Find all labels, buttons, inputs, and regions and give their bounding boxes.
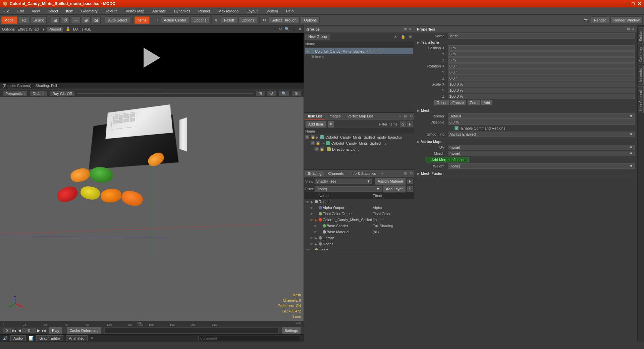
reset-btn[interactable]: Reset [434, 100, 449, 105]
render-btn[interactable]: Render [591, 16, 609, 24]
shader-tab-shading[interactable]: Shading [305, 171, 324, 176]
cache-deformers-btn[interactable]: Cache Deformers [66, 327, 101, 334]
animated-btn[interactable]: Animated [66, 335, 88, 341]
viewport-ctrl-settings[interactable]: ⚙ [292, 91, 301, 96]
options3-btn[interactable]: Options [301, 16, 320, 24]
shader-row-render[interactable]: 👁 ▶ Render [304, 199, 414, 205]
item-row-file[interactable]: 👁 🔒 ▶ Colorful_Candy_Mints_Spilled_modo_… [304, 134, 414, 140]
item-vis-1[interactable]: 👁 [305, 135, 309, 139]
item-vis-5[interactable]: 👁 [315, 147, 319, 151]
shader-expand-candy[interactable]: ▶ [314, 218, 318, 222]
freeze-btn[interactable]: Freeze [450, 100, 466, 105]
vertex-maps-header[interactable]: ▶ Vertex Maps [414, 139, 637, 144]
timeline-ruler[interactable]: 0 24 48 72 96 120 144 156 168 192 204 21… [0, 321, 304, 327]
audio-btn[interactable]: Audio [10, 335, 26, 341]
window-controls[interactable]: ─ □ ✕ [626, 1, 641, 6]
menu-dynamics[interactable]: Dynamics [172, 8, 192, 14]
far-right-tab-assembly[interactable]: Assembly [638, 65, 644, 85]
shader-expand-lights[interactable]: ▶ [310, 248, 314, 250]
shader-vis-render[interactable]: 👁 [305, 200, 309, 204]
preview-ctrl-5[interactable]: ✕ [299, 27, 302, 31]
mode-sculpt-btn[interactable]: Sculpt [31, 16, 47, 24]
filter-s-btn[interactable]: S [400, 121, 406, 127]
item-expand-2[interactable]: + [323, 142, 325, 145]
action-center-btn[interactable]: Action Center [161, 16, 190, 24]
command-bar[interactable]: Command [198, 336, 301, 341]
prop-pos-z-value[interactable]: 0 m [448, 57, 635, 63]
item-panel-settings-icon[interactable]: ⚙ [410, 114, 413, 118]
properties-expand-icon[interactable]: ⊞ [627, 27, 630, 31]
shader-tab-info[interactable]: Info & Statistics [348, 171, 379, 176]
shader-vis-alpha[interactable]: 👁 [309, 206, 313, 210]
shader-expand-nodes[interactable]: ▶ [314, 242, 318, 246]
shader-vis-lights[interactable]: 👁 [305, 248, 309, 250]
close-btn[interactable]: ✕ [637, 1, 641, 6]
prop-rot-z-value[interactable]: 0.0 ° [448, 76, 635, 81]
render-window-btn[interactable]: Render Window [610, 16, 643, 24]
prop-smoothing-dropdown[interactable]: Always Enabled ▼ [448, 132, 635, 137]
viewport-ctrl-camera[interactable]: ↺ [267, 91, 276, 96]
shader-row-baseshader[interactable]: 👁 Base Shader Full Shading [304, 223, 414, 229]
prop-name-field[interactable]: Mesh [448, 33, 635, 39]
add-item-dropdown[interactable]: ▼ [327, 120, 334, 128]
item-panel-expand-icon[interactable]: ⊞ [404, 114, 407, 118]
mode-model-btn[interactable]: Model [1, 16, 17, 24]
auto-select-btn[interactable]: Auto Select [105, 16, 130, 24]
falloff-btn[interactable]: Falloff [221, 16, 237, 24]
shader-plus-btn[interactable]: + [380, 171, 385, 176]
shader-row-lights[interactable]: 👁 ▶ Lights [304, 247, 414, 250]
viewport-default-btn[interactable]: Default [30, 91, 47, 96]
play-button[interactable] [144, 48, 160, 68]
shader-row-library[interactable]: 👁 ▶ Library [304, 235, 414, 241]
zero-btn[interactable]: Zero [468, 100, 480, 105]
item-vis-6[interactable]: 🔒 [320, 147, 324, 151]
shader-row-finalcolor[interactable]: 👁 Final Color Output Final Color [304, 211, 414, 217]
preview-ctrl-4[interactable]: ⋮ [292, 27, 296, 31]
menu-layout[interactable]: Layout [245, 8, 260, 14]
new-group-btn[interactable]: New Group [305, 34, 330, 40]
shader-view-dropdown[interactable]: Shader Tree ▼ [315, 179, 372, 184]
tool-icon-3[interactable]: ↔ [71, 16, 80, 24]
viewport-ctrl-grid[interactable]: ⊞ [256, 91, 265, 96]
prop-pos-x-value[interactable]: 0 m [448, 45, 635, 51]
menu-vertexmap[interactable]: Vertex Map [124, 8, 147, 14]
menu-system[interactable]: System [264, 8, 280, 14]
enable-command-regions-checkbox[interactable]: ✓ [454, 126, 459, 130]
timeline-play-btn[interactable]: Play [49, 327, 62, 334]
preview-ctrl-3[interactable]: 🔍 [285, 27, 289, 31]
options1-btn[interactable]: Options [191, 16, 209, 24]
groups-icon-3[interactable]: ⊞ [408, 35, 413, 39]
add-btn[interactable]: Add [481, 100, 493, 105]
menu-help[interactable]: Help [284, 8, 296, 14]
assign-material-btn[interactable]: Assign Material [375, 178, 406, 185]
timeline-next-frame-btn[interactable]: ▶ [37, 328, 40, 333]
group-item-candy[interactable]: ▶ ⊞ Colorful_Candy_Mints_Spilled (3) : G… [305, 48, 413, 54]
shader-vis-candy[interactable]: 👁 [309, 218, 313, 222]
far-right-tab-geometry[interactable]: Geometry [638, 45, 644, 64]
mode-f2-btn[interactable]: F2 [19, 16, 29, 24]
menu-texture[interactable]: Texture [104, 8, 120, 14]
graph-editor-btn[interactable]: Graph Editor [36, 335, 63, 341]
menu-view[interactable]: View [30, 8, 42, 14]
filter-f-btn[interactable]: F [407, 121, 413, 127]
prop-morph-dropdown[interactable]: (none) ▼ [448, 151, 635, 156]
timeline-next-btn[interactable]: ⏭ [42, 328, 46, 333]
menu-edit[interactable]: Edit [15, 8, 26, 14]
prop-scale-x-value[interactable]: 100.0 % [448, 82, 635, 87]
preview-paused[interactable]: Paused [47, 27, 63, 32]
prop-render-dropdown[interactable]: Default ▼ [448, 113, 635, 119]
menu-animate[interactable]: Animate [150, 8, 168, 14]
settings-btn[interactable]: Settings [281, 327, 301, 334]
tab-images[interactable]: Images [326, 113, 343, 119]
item-vis-2[interactable]: 🔒 [311, 135, 315, 139]
prop-dissolve-value[interactable]: 0.0 % [448, 119, 635, 125]
prop-weight-dropdown[interactable]: (none) ▼ [448, 163, 635, 169]
tool-icon-1[interactable]: ⊞ [51, 16, 60, 24]
shader-expand-icon[interactable]: ⊞ [404, 171, 407, 176]
mesh-section-header[interactable]: ▶ Mesh [414, 108, 637, 113]
tab-vertex-map-list[interactable]: Vertex Map List [345, 113, 376, 119]
mesh-fusion-header[interactable]: ▶ Mesh Fusion [414, 171, 637, 176]
shader-row-basematerial[interactable]: 👁 Base Material (all) [304, 229, 414, 235]
items-btn[interactable]: Items [135, 16, 150, 24]
shader-vis-basematerial[interactable]: 👁 [313, 230, 317, 234]
